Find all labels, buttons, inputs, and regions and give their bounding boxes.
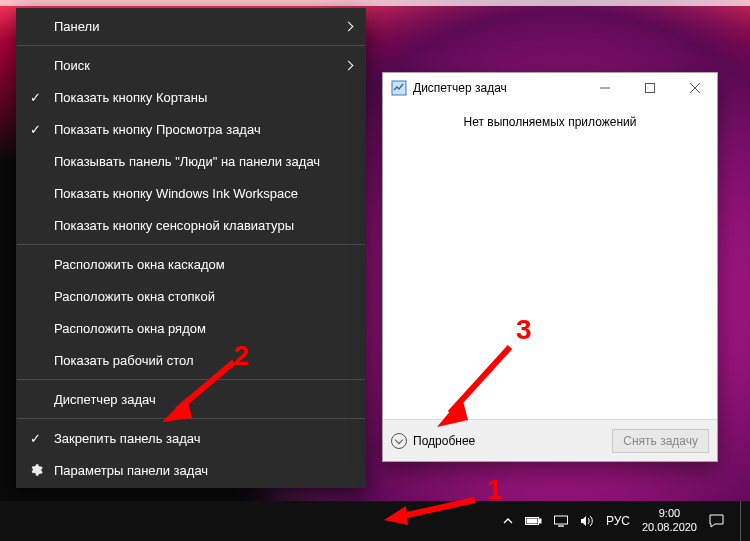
titlebar[interactable]: Диспетчер задач xyxy=(383,73,717,103)
menu-search[interactable]: Поиск xyxy=(16,49,366,81)
annotation-arrow-1 xyxy=(380,492,480,532)
menu-label: Параметры панели задач xyxy=(54,463,208,478)
menu-side-by-side[interactable]: Расположить окна рядом xyxy=(16,312,366,344)
tray-chevron-up-icon[interactable] xyxy=(503,516,513,526)
menu-label: Закрепить панель задач xyxy=(54,431,201,446)
volume-icon[interactable] xyxy=(580,515,594,527)
battery-icon[interactable] xyxy=(525,516,542,526)
menu-label: Показывать панель "Люди" на панели задач xyxy=(54,154,320,169)
svg-rect-3 xyxy=(645,84,654,93)
menu-taskbar-settings[interactable]: Параметры панели задач xyxy=(16,454,366,486)
menu-show-people[interactable]: Показывать панель "Люди" на панели задач xyxy=(16,145,366,177)
minimize-button[interactable] xyxy=(582,73,627,103)
menu-label: Расположить окна каскадом xyxy=(54,257,225,272)
menu-label: Показать кнопку Просмотра задач xyxy=(54,122,261,137)
clock-date: 20.08.2020 xyxy=(642,521,697,535)
svg-rect-9 xyxy=(554,516,567,524)
network-icon[interactable] xyxy=(554,515,568,527)
close-button[interactable] xyxy=(672,73,717,103)
maximize-button[interactable] xyxy=(627,73,672,103)
menu-label: Поиск xyxy=(54,58,90,73)
show-desktop-button[interactable] xyxy=(740,501,746,541)
annotation-arrow-3 xyxy=(422,335,522,435)
system-tray: РУС 9:00 20.08.2020 xyxy=(503,501,750,541)
annotation-arrow-2 xyxy=(152,352,242,432)
svg-marker-12 xyxy=(384,506,408,525)
menu-label: Показать кнопку Windows Ink Workspace xyxy=(54,186,298,201)
menu-show-touch-keyboard[interactable]: Показать кнопку сенсорной клавиатуры xyxy=(16,209,366,241)
clock[interactable]: 9:00 20.08.2020 xyxy=(642,507,697,535)
menu-show-cortana[interactable]: Показать кнопку Кортаны xyxy=(16,81,366,113)
chevron-down-icon xyxy=(391,433,407,449)
taskbar[interactable]: РУС 9:00 20.08.2020 xyxy=(0,501,750,541)
end-task-button[interactable]: Снять задачу xyxy=(612,429,709,453)
menu-label: Панели xyxy=(54,19,99,34)
clock-time: 9:00 xyxy=(642,507,697,521)
menu-show-ink[interactable]: Показать кнопку Windows Ink Workspace xyxy=(16,177,366,209)
menu-panels[interactable]: Панели xyxy=(16,10,366,42)
menu-stack-windows[interactable]: Расположить окна стопкой xyxy=(16,280,366,312)
menu-show-taskview[interactable]: Показать кнопку Просмотра задач xyxy=(16,113,366,145)
svg-marker-14 xyxy=(162,397,192,422)
language-indicator[interactable]: РУС xyxy=(606,514,630,528)
window-title: Диспетчер задач xyxy=(413,81,582,95)
menu-label: Расположить окна рядом xyxy=(54,321,206,336)
svg-line-11 xyxy=(398,500,475,517)
menu-cascade-windows[interactable]: Расположить окна каскадом xyxy=(16,248,366,280)
menu-label: Показать кнопку сенсорной клавиатуры xyxy=(54,218,294,233)
annotation-number-2: 2 xyxy=(234,340,250,372)
more-details-label: Подробнее xyxy=(413,434,475,448)
annotation-number-1: 1 xyxy=(487,474,503,506)
action-center-icon[interactable] xyxy=(709,514,724,528)
task-manager-icon xyxy=(391,80,407,96)
menu-label: Показать кнопку Кортаны xyxy=(54,90,207,105)
svg-rect-8 xyxy=(527,519,537,523)
menu-label: Диспетчер задач xyxy=(54,392,156,407)
annotation-number-3: 3 xyxy=(516,314,532,346)
svg-rect-7 xyxy=(539,519,541,523)
gear-icon xyxy=(29,463,43,477)
menu-label: Расположить окна стопкой xyxy=(54,289,215,304)
